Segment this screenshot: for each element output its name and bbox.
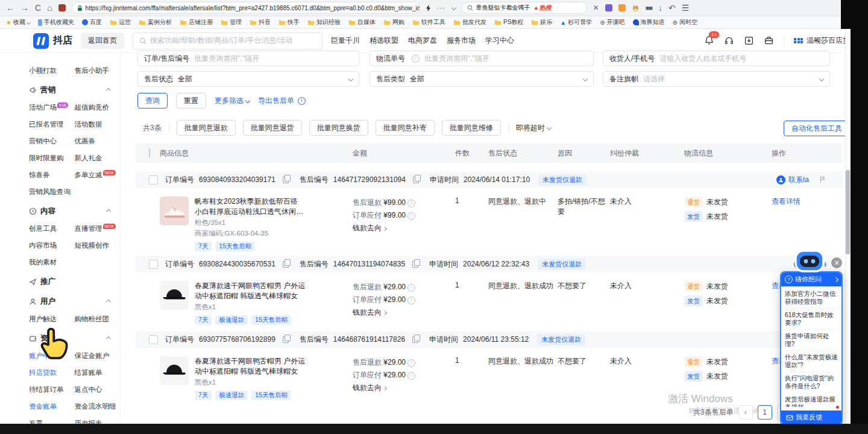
reset-button[interactable]: 重置 <box>176 93 206 108</box>
lightning-icon[interactable] <box>426 5 431 11</box>
nav-qianchuan[interactable]: 巨量千川 <box>331 36 360 46</box>
contact-buyer[interactable]: 联系ta <box>776 175 826 185</box>
bookmark-shankewang[interactable]: ▲杉可督学 <box>560 18 592 27</box>
copy-icon[interactable] <box>283 177 289 183</box>
sidebar-item-xianshigou[interactable]: 限时限量购 <box>29 154 75 163</box>
sidebar-item-chuangyigongju[interactable]: 创意工具 <box>29 224 75 233</box>
batch-agree-refund-button[interactable]: 批量同意退款 <box>177 120 236 136</box>
flag-icon[interactable] <box>819 176 826 183</box>
bookmark-dolphin[interactable]: 海豚知道 <box>633 18 665 27</box>
sidebar-item-baozhengjin[interactable]: 保证金账户 <box>75 351 121 360</box>
ellipsis-icon[interactable]: ··· <box>437 4 446 12</box>
assistant-panel-header[interactable]: ? 猜你想问 <box>781 272 841 286</box>
bookmark-folder[interactable]: PS教程 <box>494 18 523 27</box>
scrollbar-thumb[interactable] <box>846 170 850 254</box>
sidebar-item-xinrenlijin[interactable]: 新人礼金 <box>75 154 121 163</box>
global-search-input[interactable]: 搜索功能/帮助/数据/商品/订单/平台消息/活动 <box>133 33 322 49</box>
notification-bell-icon[interactable]: 13 <box>704 35 714 47</box>
assistant-robot-icon[interactable] <box>793 248 826 273</box>
view-detail-link[interactable]: 查看详情 <box>772 197 842 253</box>
sidebar-item-wodesucai[interactable]: 我的素材 <box>29 258 75 267</box>
browser-search[interactable]: 章鱼疑似卡着金镯子 ▲热搜 <box>462 2 587 14</box>
sidebar-item-shouhouxiaozhushou[interactable]: 售后小助手 <box>75 66 121 75</box>
back-icon[interactable]: ← <box>6 3 14 13</box>
refresh-icon[interactable]: C <box>35 3 41 13</box>
copy-icon[interactable] <box>413 177 419 183</box>
copy-icon[interactable] <box>283 336 289 343</box>
sidebar-item-fandianzhongxin[interactable]: 返点中心 <box>75 385 121 394</box>
bookmark-folder[interactable]: 批发代发 <box>453 18 486 27</box>
shiba-extension-icon[interactable] <box>632 4 640 12</box>
download-icon[interactable]: ↓ <box>658 3 662 13</box>
remark-flag-select[interactable]: 备注旗帜请选择 <box>603 71 830 87</box>
bookmark-phone[interactable]: 手机收藏夹 <box>38 18 74 27</box>
money-destination[interactable]: 钱款去向 <box>353 306 455 319</box>
sidebar-item-fensituan[interactable]: 购物粉丝团 <box>75 315 121 324</box>
batch-agree-reship-button[interactable]: 批量同意补寄 <box>376 120 435 136</box>
briefcase-extension-icon[interactable] <box>58 4 66 11</box>
sidebar-item-doudiandaikuan[interactable]: 抖店贷款 <box>29 368 75 377</box>
bookmark-folder[interactable]: 店铺注册 <box>180 18 213 27</box>
assistant-question[interactable]: 换货申请如何处理? <box>785 330 838 351</box>
sidebar-item-yingxiaozhongxin[interactable]: 营销中心 <box>29 137 75 146</box>
sidebar-group-promotion[interactable]: 推广 <box>29 277 120 287</box>
bookmark-folder[interactable]: 知识经验 <box>307 18 341 27</box>
bookmark-folder[interactable]: 运营 <box>110 18 131 27</box>
tracking-no-input[interactable]: 物流单号i批量查询需用","隔开 <box>370 51 594 66</box>
aftersale-type-select[interactable]: 售后类型全部 <box>370 71 594 87</box>
apps-grid-icon[interactable]: ■■ <box>646 4 652 11</box>
nav-xuexizhongxin[interactable]: 学习中心 <box>485 36 514 46</box>
money-destination[interactable]: 钱款去向 <box>353 222 455 234</box>
bookmark-kaikeba[interactable]: ⊕开课吧 <box>600 18 624 27</box>
workbench-icon[interactable] <box>764 36 774 46</box>
bookmark-baidu[interactable]: 百度 <box>82 18 102 27</box>
sidebar-item-neirongshichang[interactable]: 内容市场 <box>29 241 75 250</box>
row-checkbox[interactable] <box>149 335 158 344</box>
assistant-question[interactable]: 添加官方小二微信获得经营指导 <box>785 288 838 309</box>
bookmark-folder[interactable]: 案例分析 <box>139 18 172 27</box>
product-image[interactable] <box>160 281 189 310</box>
sidebar-item-yonghuchuda[interactable]: 用户触达 <box>29 315 75 324</box>
sidebar-group-users[interactable]: 用户 <box>29 297 120 307</box>
bookmark-favorites[interactable]: ★收藏 <box>6 18 30 27</box>
doudian-logo[interactable]: 抖店 <box>33 33 72 49</box>
page-1-button[interactable]: 1 <box>758 405 772 420</box>
sidebar-group-marketing[interactable]: 营销 <box>29 85 120 95</box>
sidebar-item-daijiesuan[interactable]: 待结算订单 <box>29 385 75 394</box>
bookmark-folder[interactable]: 网购 <box>383 18 404 27</box>
assistant-question[interactable]: 618大促售后时效要求? <box>785 309 838 330</box>
chevron-down-icon[interactable] <box>451 5 456 10</box>
product-title[interactable]: 帆布鞋女2023秋季新款低帮百搭小白鞋厚底运动鞋浅口透气休闲… <box>195 197 303 217</box>
sidebar-item-huodongguangchang[interactable]: 活动广场618 <box>29 103 75 112</box>
sidebar-item-duanshipin[interactable]: 短视频创作 <box>75 241 121 250</box>
feedback-button[interactable]: 我要反馈 <box>781 410 841 424</box>
export-link[interactable]: 导出售后单i <box>258 96 306 106</box>
product-image[interactable] <box>160 356 189 385</box>
sidebar-item-duodanlijian[interactable]: 多单立减NEW <box>75 171 121 180</box>
timeout-filter[interactable]: 即将超时 <box>516 123 551 133</box>
bookmark-folder[interactable]: 抖音 <box>250 18 271 27</box>
bookmark-folder[interactable]: 自媒体 <box>348 18 376 27</box>
bookmark-folder[interactable]: 娱乐 <box>531 18 552 27</box>
home-icon[interactable]: ⌂ <box>47 3 52 13</box>
sidebar-item-huodongshuju[interactable]: 活动数据 <box>75 120 121 129</box>
sidebar-item-jingxiquan[interactable]: 惊喜券 <box>29 171 75 180</box>
copy-icon[interactable] <box>412 261 418 268</box>
batch-agree-repair-button[interactable]: 批量同意维修 <box>442 120 501 136</box>
address-bar[interactable]: https://fxg.jinritemai.com/ffa/maftersal… <box>72 2 420 14</box>
product-title[interactable]: 春夏薄款速干网眼鸭舌帽男 户外运动中标遮阳帽 韩版透气棒球帽女 <box>195 356 305 377</box>
sidebar-item-zijinzhangdan[interactable]: 资金账单 <box>29 402 75 411</box>
sidebar-group-content[interactable]: 内容 <box>29 206 120 216</box>
product-image[interactable] <box>160 197 189 225</box>
bookmark-yueshikong[interactable]: ⊕阅时空 <box>673 18 697 27</box>
bookmark-folder[interactable]: 快手 <box>278 18 300 27</box>
batch-agree-exchange-button[interactable]: 批量同意换货 <box>309 120 368 136</box>
purple-extension-icon[interactable] <box>605 4 612 11</box>
copy-icon[interactable] <box>283 261 289 268</box>
sidebar-item-jiesuanzhangdan[interactable]: 结算账单 <box>75 368 121 377</box>
back-home-button[interactable]: 返回首页 <box>81 33 124 49</box>
prev-page-button[interactable]: ‹ <box>738 405 753 420</box>
money-destination[interactable]: 钱款去向 <box>353 382 455 394</box>
sidebar-item-liushuimingxi[interactable]: 资金流水明细 <box>75 402 121 411</box>
aftersale-status-select[interactable]: 售后状态全部 <box>137 71 359 87</box>
